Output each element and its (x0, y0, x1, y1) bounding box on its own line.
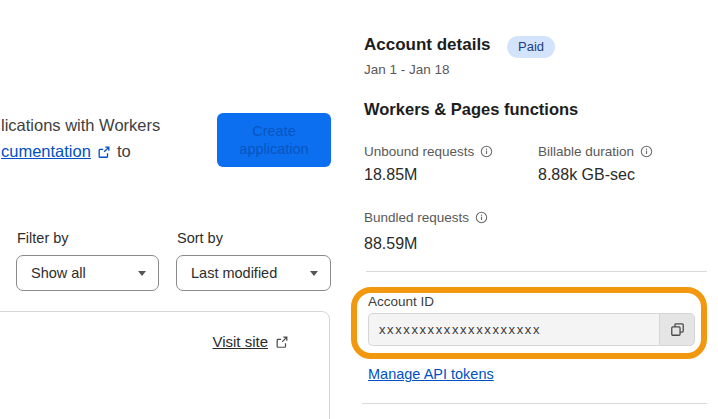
intro-text-line2: cumentation to (1, 142, 131, 161)
chevron-down-icon (138, 271, 146, 276)
workers-pages-dashboard: lications with Workers cumentation to Cr… (0, 0, 718, 419)
account-id-field-group (368, 313, 695, 346)
billing-date-range: Jan 1 - Jan 18 (364, 62, 450, 77)
info-icon[interactable] (480, 145, 493, 158)
billable-duration-label: Billable duration (538, 144, 653, 159)
filter-by-label: Filter by (17, 230, 69, 246)
documentation-link[interactable]: cumentation (1, 142, 91, 161)
bundled-requests-label: Bundled requests (364, 210, 488, 225)
account-details-title: Account details (364, 35, 491, 55)
intro-text-suffix: to (117, 142, 131, 161)
account-id-label: Account ID (368, 294, 434, 309)
unbound-requests-value: 18.85M (364, 166, 417, 184)
bundled-requests-value: 88.59M (364, 235, 417, 253)
project-card: Visit site (0, 311, 330, 419)
info-icon[interactable] (475, 211, 488, 224)
sort-by-label: Sort by (177, 230, 223, 246)
unbound-requests-label: Unbound requests (364, 144, 493, 159)
manage-api-tokens-link[interactable]: Manage API tokens (368, 366, 494, 382)
filter-dropdown[interactable]: Show all (16, 255, 159, 291)
sort-dropdown-value: Last modified (191, 265, 277, 281)
copy-icon (669, 321, 686, 338)
visit-site-label: Visit site (212, 333, 268, 350)
visit-site-link[interactable]: Visit site (212, 333, 289, 350)
sort-dropdown[interactable]: Last modified (176, 255, 331, 291)
intro-text-line1: lications with Workers (1, 116, 160, 135)
create-application-button[interactable]: Create application (217, 113, 331, 167)
external-link-icon (97, 145, 111, 159)
workers-pages-functions-title: Workers & Pages functions (364, 100, 578, 119)
divider (366, 271, 707, 272)
chevron-down-icon (310, 271, 318, 276)
info-icon[interactable] (640, 145, 653, 158)
external-link-icon (275, 335, 289, 349)
copy-account-id-button[interactable] (659, 313, 695, 346)
divider (362, 403, 707, 404)
account-id-input[interactable] (368, 313, 659, 346)
billable-duration-value: 8.88k GB-sec (538, 166, 635, 184)
paid-plan-badge: Paid (507, 36, 555, 58)
filter-dropdown-value: Show all (31, 265, 86, 281)
